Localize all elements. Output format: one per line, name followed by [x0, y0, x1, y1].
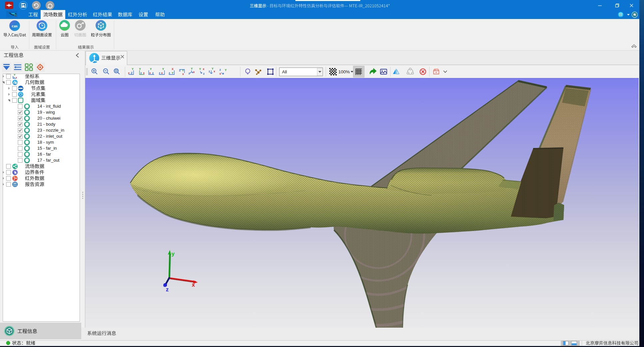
svg-text:x: x — [193, 70, 195, 74]
svg-text:z: z — [166, 286, 169, 293]
svg-text:x: x — [128, 71, 130, 75]
svg-text:z: z — [169, 71, 170, 75]
svg-text:Y: Y — [172, 71, 174, 75]
svg-text:Y: Y — [182, 69, 184, 72]
svg-text:x: x — [16, 76, 17, 79]
svg-text:x: x — [214, 70, 215, 73]
svg-text:Y: Y — [162, 67, 164, 71]
svg-text:z: z — [209, 70, 210, 73]
svg-text:Y: Y — [139, 67, 141, 71]
svg-text:Z: Z — [179, 69, 181, 72]
svg-text:x: x — [219, 72, 221, 75]
svg-text:Y: Y — [199, 67, 201, 71]
svg-text:x: x — [203, 67, 204, 71]
svg-text:z: z — [159, 71, 160, 75]
svg-text:x: x — [161, 71, 163, 75]
svg-text:x: x — [182, 72, 184, 76]
svg-text:All: All — [282, 69, 287, 74]
svg-text:100%: 100% — [338, 69, 350, 74]
svg-text:Y: Y — [225, 68, 227, 72]
svg-text:y: y — [171, 251, 175, 257]
svg-text:Y: Y — [150, 67, 152, 71]
svg-text:z: z — [188, 72, 190, 75]
svg-text:z: z — [14, 76, 15, 79]
svg-text:x: x — [149, 71, 151, 75]
svg-text:X: X — [172, 67, 174, 71]
svg-text:z: z — [141, 71, 142, 75]
svg-text:z: z — [203, 72, 204, 75]
svg-text:x: x — [143, 71, 145, 75]
svg-text:x: x — [192, 282, 195, 288]
svg-text:z: z — [219, 68, 221, 71]
svg-text:Y: Y — [132, 67, 134, 71]
svg-text:z: z — [152, 71, 154, 75]
svg-text:Z: Z — [131, 71, 133, 75]
svg-text:Y: Y — [191, 67, 193, 70]
